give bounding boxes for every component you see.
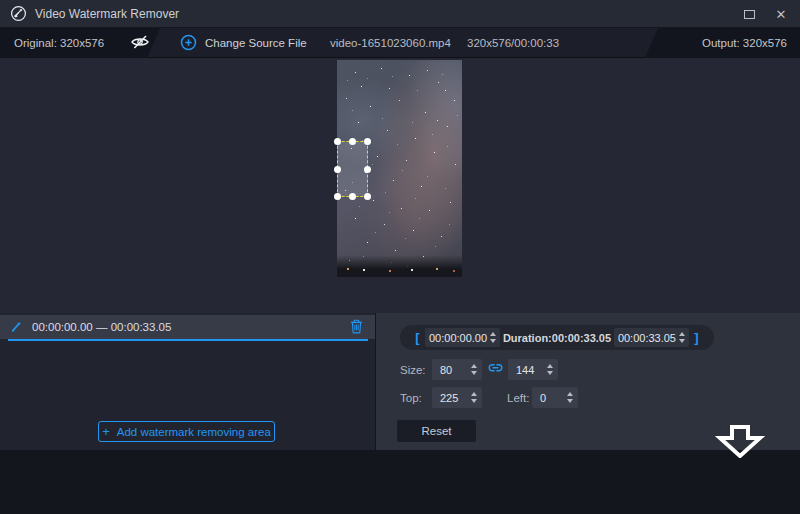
annotation-arrow-icon xyxy=(711,425,769,461)
left-label: Left: xyxy=(507,392,529,404)
maximize-icon xyxy=(744,10,755,19)
up-arrow-icon[interactable] xyxy=(471,392,477,396)
output-resolution-label: Output: 320x576 xyxy=(702,37,787,49)
down-arrow-icon[interactable] xyxy=(471,371,477,375)
up-arrow-icon[interactable] xyxy=(547,364,553,368)
resize-handle-top-center[interactable] xyxy=(349,138,356,145)
clip-time-controls: [ 00:00:00.00 Duration:00:00:33.05 00:00… xyxy=(400,325,714,350)
watermark-area-item[interactable]: 00:00:00.00 — 00:00:33.05 xyxy=(0,315,375,339)
plus-icon: + xyxy=(102,425,110,438)
close-button[interactable]: ✕ xyxy=(764,0,798,28)
watermark-selection-box[interactable] xyxy=(337,141,368,197)
video-preview[interactable] xyxy=(337,60,462,277)
up-arrow-icon[interactable] xyxy=(490,332,496,336)
size-width-stepper[interactable]: 80 xyxy=(432,359,482,380)
resize-handle-mid-left[interactable] xyxy=(334,166,341,173)
reset-button[interactable]: Reset xyxy=(397,420,476,442)
app-logo-icon xyxy=(10,5,27,22)
watermark-time-range: 00:00:00.00 — 00:00:33.05 xyxy=(32,321,171,333)
transport-bar: 00:00:01.16/00:00:33.05 xyxy=(0,283,800,313)
top-label: Top: xyxy=(400,392,422,404)
watermark-list-panel: 00:00:00.00 — 00:00:33.05 + Add watermar… xyxy=(0,313,375,450)
down-arrow-icon[interactable] xyxy=(679,339,685,343)
stars-decoration-dim xyxy=(337,60,338,61)
source-toolbar: Original: 320x576 Change Source File vid… xyxy=(0,28,800,58)
end-time-stepper[interactable]: 00:00:33.05 xyxy=(614,328,689,347)
down-arrow-icon[interactable] xyxy=(471,399,477,403)
duration-label: Duration:00:00:33.05 xyxy=(500,332,614,344)
window-title: Video Watermark Remover xyxy=(35,7,179,21)
end-time-value[interactable]: 00:00:33.05 xyxy=(618,332,676,344)
resize-handle-top-left[interactable] xyxy=(334,138,341,145)
resize-handle-top-right[interactable] xyxy=(364,138,371,145)
up-arrow-icon[interactable] xyxy=(567,392,573,396)
resize-handle-mid-right[interactable] xyxy=(364,166,371,173)
resize-handle-bottom-right[interactable] xyxy=(364,193,371,200)
tab-original[interactable]: Original: 320x576 xyxy=(0,28,162,58)
size-height-arrows xyxy=(547,364,558,375)
down-arrow-icon[interactable] xyxy=(547,371,553,375)
source-resolution-duration: 320x576/00:00:33 xyxy=(467,28,559,58)
change-source-file-button[interactable]: Change Source File xyxy=(180,28,307,58)
preview-hide-icon[interactable] xyxy=(130,35,150,51)
size-label: Size: xyxy=(400,364,426,376)
size-width-arrows xyxy=(471,364,482,375)
preview-stage xyxy=(0,58,800,283)
add-watermark-area-button[interactable]: + Add watermark removing area xyxy=(98,421,275,442)
plus-circle-icon xyxy=(180,34,197,53)
output-bar: Output: video-1651023...Watermark.mp4 Ou… xyxy=(0,450,800,514)
start-time-arrows xyxy=(490,332,496,343)
change-source-file-label: Change Source File xyxy=(205,37,307,49)
top-stepper[interactable]: 225 xyxy=(432,387,482,408)
watermark-remover-icon xyxy=(9,320,23,334)
top-value[interactable]: 225 xyxy=(432,392,471,404)
horizon-lights xyxy=(341,268,343,270)
start-time-stepper[interactable]: 00:00:00.00 xyxy=(425,328,500,347)
left-stepper[interactable]: 0 xyxy=(532,387,578,408)
clip-end-bracket[interactable]: ] xyxy=(689,330,704,345)
horizon-silhouette xyxy=(337,255,462,277)
delete-watermark-icon[interactable] xyxy=(350,319,363,334)
end-time-arrows xyxy=(679,332,685,343)
size-width-value[interactable]: 80 xyxy=(432,364,471,376)
resize-handle-bottom-left[interactable] xyxy=(334,193,341,200)
resize-handle-bottom-center[interactable] xyxy=(349,193,356,200)
link-dimensions-icon[interactable] xyxy=(488,363,503,373)
down-arrow-icon[interactable] xyxy=(567,399,573,403)
original-resolution-label: Original: 320x576 xyxy=(14,37,104,49)
up-arrow-icon[interactable] xyxy=(679,332,685,336)
up-arrow-icon[interactable] xyxy=(471,364,477,368)
workspace: 00:00:00.00 — 00:00:33.05 + Add watermar… xyxy=(0,313,800,450)
left-value[interactable]: 0 xyxy=(532,392,567,404)
left-arrows xyxy=(567,392,578,403)
top-arrows xyxy=(471,392,482,403)
add-watermark-area-label: Add watermark removing area xyxy=(117,426,271,438)
clip-start-bracket[interactable]: [ xyxy=(410,330,425,345)
titlebar: Video Watermark Remover ✕ xyxy=(0,0,800,28)
start-time-value[interactable]: 00:00:00.00 xyxy=(429,332,487,344)
source-filename: video-1651023060.mp4 xyxy=(330,28,451,58)
tab-output[interactable]: Output: 320x576 xyxy=(644,28,800,58)
size-height-value[interactable]: 144 xyxy=(508,364,547,376)
down-arrow-icon[interactable] xyxy=(490,339,496,343)
size-height-stepper[interactable]: 144 xyxy=(508,359,558,380)
maximize-button[interactable] xyxy=(732,0,766,28)
watermark-item-progress xyxy=(8,339,368,341)
video-watermark-remover-window: Video Watermark Remover ✕ Original: 320x… xyxy=(0,0,800,514)
